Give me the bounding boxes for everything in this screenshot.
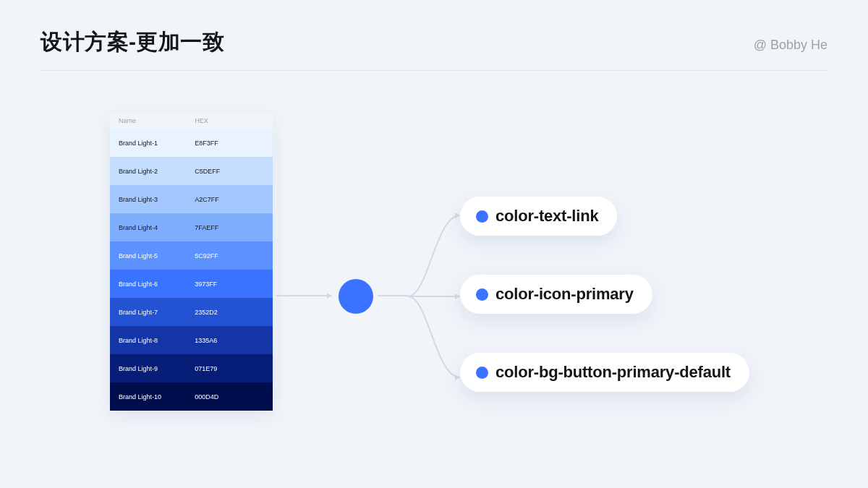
palette-row-hex: A2C7FF	[195, 196, 264, 203]
palette-row-name: Brand Light-4	[119, 224, 195, 231]
palette-row-hex: 071E79	[195, 365, 264, 372]
palette-row: Brand Light-81335A6	[110, 326, 273, 354]
color-swatch-icon	[476, 210, 488, 223]
column-header-name: Name	[119, 117, 195, 124]
palette-row-hex: 3973FF	[195, 281, 264, 288]
token-label: color-bg-button-primary-default	[495, 363, 731, 382]
palette-row: Brand Light-3A2C7FF	[110, 185, 273, 213]
palette-header-row: Name HEX	[110, 113, 273, 129]
palette-row-name: Brand Light-10	[119, 393, 195, 401]
arrow-icon	[276, 295, 331, 296]
token-label: color-icon-primary	[495, 285, 634, 304]
token-list: color-text-linkcolor-icon-primarycolor-b…	[460, 197, 749, 392]
column-header-hex: HEX	[195, 117, 264, 124]
palette-row: Brand Light-10000D4D	[110, 382, 273, 411]
palette-row-hex: E8F3FF	[195, 140, 264, 147]
token-label: color-text-link	[495, 207, 598, 226]
token-pill: color-bg-button-primary-default	[460, 353, 749, 392]
color-swatch-icon	[476, 367, 488, 379]
branch-lines	[407, 197, 464, 399]
palette-row-hex: 5C92FF	[195, 252, 264, 260]
palette-row-hex: 000D4D	[195, 393, 264, 401]
palette-row-name: Brand Light-8	[119, 337, 195, 344]
palette-row-name: Brand Light-2	[119, 168, 195, 175]
page-title: 设计方案-更加一致	[41, 27, 225, 57]
color-palette: Name HEX Brand Light-1E8F3FFBrand Light-…	[110, 113, 273, 411]
palette-row-hex: 2352D2	[195, 309, 264, 316]
palette-row-name: Brand Light-7	[119, 309, 195, 316]
palette-row-name: Brand Light-6	[119, 281, 195, 288]
content-area: Name HEX Brand Light-1E8F3FFBrand Light-…	[0, 71, 868, 487]
author-label: @ Bobby He	[754, 38, 827, 53]
token-pill: color-text-link	[460, 197, 617, 236]
palette-row-hex: C5DEFF	[195, 168, 264, 175]
palette-row-name: Brand Light-1	[119, 140, 195, 147]
palette-row-name: Brand Light-3	[119, 196, 195, 203]
header: 设计方案-更加一致 @ Bobby He	[0, 0, 868, 70]
palette-row: Brand Light-2C5DEFF	[110, 157, 273, 185]
palette-row: Brand Light-1E8F3FF	[110, 129, 273, 157]
token-pill: color-icon-primary	[460, 275, 652, 314]
palette-row: Brand Light-63973FF	[110, 270, 273, 298]
palette-row-hex: 7FAEFF	[195, 224, 264, 231]
palette-row-hex: 1335A6	[195, 337, 264, 344]
palette-row: Brand Light-47FAEFF	[110, 213, 273, 241]
arrow-stub	[378, 295, 408, 296]
palette-row: Brand Light-9071E79	[110, 354, 273, 382]
palette-row-name: Brand Light-9	[119, 365, 195, 372]
palette-row: Brand Light-72352D2	[110, 298, 273, 326]
color-swatch-icon	[476, 288, 488, 301]
brand-color-dot	[339, 279, 373, 314]
palette-row: Brand Light-55C92FF	[110, 241, 273, 270]
palette-row-name: Brand Light-5	[119, 252, 195, 260]
